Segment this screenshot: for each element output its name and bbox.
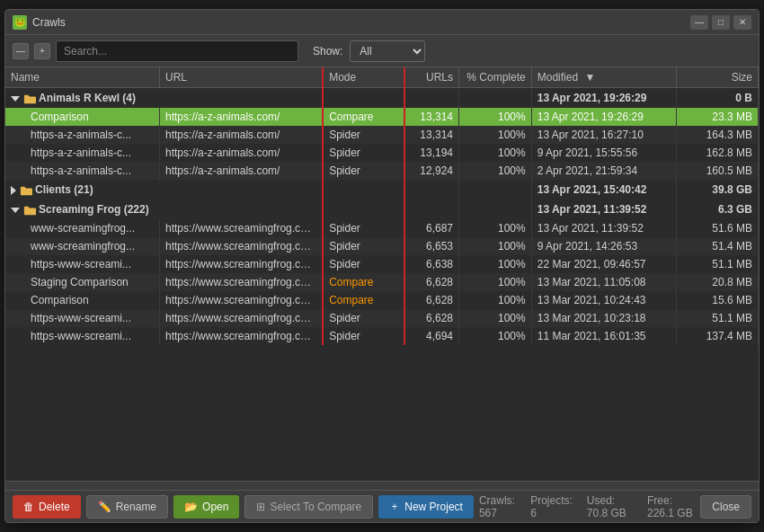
group-size-cell: 6.3 GB [677, 200, 759, 219]
cell-size: 20.8 MB [677, 273, 759, 291]
cell-urls: 6,687 [404, 219, 459, 237]
trash-icon: 🗑 [23, 501, 34, 513]
table-row[interactable]: https-a-z-animals-c... https://a-z-anima… [5, 144, 759, 162]
toolbar-left: — + [13, 40, 298, 62]
cell-mode: Spider [323, 255, 404, 273]
plus-icon: ＋ [389, 499, 400, 514]
cell-mode: Compare [323, 291, 404, 309]
cell-pct: 100% [459, 291, 532, 309]
cell-name: Comparison [5, 108, 160, 126]
col-header-size[interactable]: Size [677, 67, 759, 88]
compare-icon: ⊞ [256, 501, 265, 513]
table-row[interactable]: https-www-screami... https://www.screami… [5, 309, 759, 327]
group-modified-cell: 13 Apr 2021, 19:26:29 [531, 88, 676, 109]
table-row[interactable]: Comparison https://a-z-animals.com/ Comp… [5, 108, 759, 126]
cell-mode: Spider [323, 309, 404, 327]
cell-size: 137.4 MB [677, 327, 759, 345]
table-row[interactable]: Comparison https://www.screamingfrog.co.… [5, 291, 759, 309]
table-row[interactable]: www-screamingfrog... https://www.screami… [5, 219, 759, 237]
table-row[interactable]: www-screamingfrog... https://www.screami… [5, 237, 759, 255]
col-header-mode[interactable]: Mode [323, 67, 404, 88]
show-select[interactable]: All Spider Compare [350, 40, 425, 62]
toolbar: — + Show: All Spider Compare [5, 35, 759, 67]
cell-urls: 6,628 [404, 309, 459, 327]
cell-pct: 100% [459, 162, 532, 180]
cell-modified: 13 Mar 2021, 10:23:18 [531, 309, 676, 327]
group-pct-cell [459, 200, 532, 219]
group-urls-cell [404, 180, 459, 200]
open-button[interactable]: 📂 Open [173, 495, 239, 519]
cell-size: 51.6 MB [677, 219, 759, 237]
cell-name: https-a-z-animals-c... [5, 144, 160, 162]
group-pct-cell [459, 180, 532, 200]
cell-mode: Spider [323, 219, 404, 237]
cell-url: https://a-z-animals.com/ [160, 144, 324, 162]
new-project-button[interactable]: ＋ New Project [378, 495, 474, 519]
close-button[interactable]: Close [700, 495, 751, 519]
cell-mode: Compare [323, 273, 404, 291]
cell-name: Comparison [5, 291, 160, 309]
crawls-count: Crawls: 567 [479, 494, 516, 519]
cell-urls: 13,194 [404, 144, 459, 162]
col-header-url[interactable]: URL [160, 67, 324, 88]
cell-pct: 100% [459, 255, 532, 273]
group-header-row[interactable]: Screaming Frog (222) 13 Apr 2021, 11:39:… [5, 200, 759, 219]
group-urls-cell [404, 200, 459, 219]
table-row[interactable]: https-www-screami... https://www.screami… [5, 327, 759, 345]
col-header-name[interactable]: Name [5, 67, 160, 88]
close-window-button[interactable]: ✕ [733, 15, 751, 30]
cell-urls: 13,314 [404, 126, 459, 144]
expand-all-button[interactable]: + [34, 43, 50, 59]
rename-button[interactable]: ✏️ Rename [86, 495, 168, 519]
maximize-button[interactable]: □ [712, 15, 730, 30]
free-storage: Free: 226.1 GB [647, 494, 695, 519]
group-modified-cell: 13 Apr 2021, 15:40:42 [531, 180, 676, 200]
cell-urls: 6,653 [404, 237, 459, 255]
table-body: Animals R Kewl (4) 13 Apr 2021, 19:26:29… [5, 88, 759, 346]
delete-button[interactable]: 🗑 Delete [13, 495, 81, 519]
cell-mode: Compare [323, 108, 404, 126]
cell-name: www-screamingfrog... [5, 237, 160, 255]
cell-urls: 6,638 [404, 255, 459, 273]
cell-mode: Spider [323, 126, 404, 144]
minimize-button[interactable]: — [690, 15, 708, 30]
cell-size: 51.1 MB [677, 255, 759, 273]
cell-name: https-www-screami... [5, 327, 160, 345]
col-header-urls[interactable]: URLs [404, 67, 459, 88]
cell-pct: 100% [459, 309, 532, 327]
search-input[interactable] [56, 40, 298, 62]
group-pct-cell [459, 88, 532, 109]
cell-size: 51.1 MB [677, 309, 759, 327]
cell-modified: 9 Apr 2021, 14:26:53 [531, 237, 676, 255]
cell-name: Staging Comparison [5, 273, 160, 291]
pencil-icon: ✏️ [98, 501, 111, 513]
cell-url: https://www.screamingfrog.co.uk/ [160, 237, 324, 255]
table-row[interactable]: Staging Comparison https://www.screaming… [5, 273, 759, 291]
collapse-all-button[interactable]: — [13, 43, 29, 59]
cell-name: https-www-screami... [5, 255, 160, 273]
group-header-row[interactable]: Animals R Kewl (4) 13 Apr 2021, 19:26:29… [5, 88, 759, 109]
col-header-modified[interactable]: Modified ▼ [531, 67, 676, 88]
horizontal-scrollbar[interactable] [5, 481, 759, 490]
cell-name: https-a-z-animals-c... [5, 162, 160, 180]
select-compare-button[interactable]: ⊞ Select To Compare [244, 495, 373, 519]
cell-pct: 100% [459, 144, 532, 162]
projects-count: Projects: 6 [530, 494, 573, 519]
group-header-row[interactable]: Clients (21) 13 Apr 2021, 15:40:42 39.8 … [5, 180, 759, 200]
col-header-pct[interactable]: % Complete [459, 67, 532, 88]
cell-url: https://www.screamingfrog.co.uk/ [160, 291, 324, 309]
group-name-cell: Screaming Frog (222) [5, 200, 323, 219]
table-row[interactable]: https-www-screami... https://www.screami… [5, 255, 759, 273]
cell-modified: 13 Mar 2021, 11:05:08 [531, 273, 676, 291]
crawls-table: Name URL Mode URLs % Complete Modified ▼… [5, 67, 759, 345]
table-row[interactable]: https-a-z-animals-c... https://a-z-anima… [5, 162, 759, 180]
show-label: Show: [313, 45, 342, 58]
cell-modified: 13 Apr 2021, 16:27:10 [531, 126, 676, 144]
table-row[interactable]: https-a-z-animals-c... https://a-z-anima… [5, 126, 759, 144]
group-name-cell: Animals R Kewl (4) [5, 88, 323, 109]
cell-modified: 13 Mar 2021, 10:24:43 [531, 291, 676, 309]
cell-modified: 13 Apr 2021, 11:39:52 [531, 219, 676, 237]
table-scroll[interactable]: Name URL Mode URLs % Complete Modified ▼… [5, 67, 759, 481]
cell-size: 23.3 MB [677, 108, 759, 126]
cell-url: https://www.screamingfrog.co.uk/ [160, 327, 324, 345]
